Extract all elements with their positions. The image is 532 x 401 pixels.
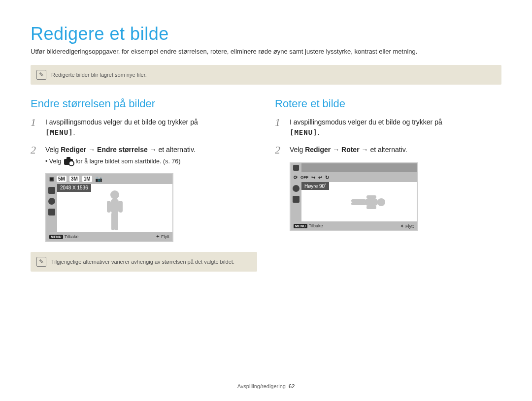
- person-silhouette-icon: [100, 189, 130, 232]
- adjust-icon: [293, 196, 299, 203]
- step-number: 2: [31, 145, 40, 166]
- svg-rect-2: [107, 201, 111, 213]
- lcd-mock-resize: ▣ 5M 3M 1M 📷 2048 X 1536: [45, 173, 257, 242]
- page-title: Redigere et bilde: [31, 24, 501, 44]
- lcd-bottom-bar: MENUTilbake ✦Flytt: [46, 232, 172, 241]
- step1-suffix: .: [73, 128, 75, 136]
- step-body: I avspillingsmodus velger du et bilde og…: [290, 117, 501, 138]
- note-text: Tilgjengelige alternativer varierer avhe…: [51, 259, 234, 265]
- nav-icon: ✦: [156, 234, 160, 239]
- step-number: 1: [31, 117, 40, 138]
- sub-prefix: Velg: [49, 158, 63, 165]
- off-label: OFF: [300, 175, 308, 180]
- svg-point-6: [377, 198, 385, 206]
- footer-section: Avspilling/redigering: [237, 383, 286, 389]
- move-label: Flytt: [405, 224, 414, 229]
- size-option: 3M: [69, 176, 79, 182]
- arrow: →: [148, 146, 159, 154]
- step2-bold2: Endre størrelse: [97, 146, 148, 154]
- svg-point-0: [110, 190, 119, 199]
- step-body: Velg Rediger → Roter → et alternativ.: [290, 145, 501, 155]
- step2-suffix: et alternativ.: [159, 146, 196, 154]
- step-number: 1: [275, 117, 285, 138]
- size-option: 5M: [57, 176, 66, 182]
- startup-image-option-icon: 📷: [95, 176, 102, 183]
- arrow: →: [360, 146, 370, 154]
- svg-rect-3: [119, 201, 123, 213]
- sub-suffix: for å lagre bildet som startbilde. (s. 7…: [74, 158, 181, 165]
- lcd-side-icons: [46, 184, 57, 232]
- lcd-side-icons: [291, 182, 301, 221]
- sub-bullet: Velg for å lagre bildet som startbilde. …: [45, 157, 257, 166]
- palette-icon: [48, 198, 55, 205]
- note-text: Redigerte bilder blir lagret som nye fil…: [51, 72, 147, 78]
- note-saved-as-new: ✎ Redigerte bilder blir lagret som nye f…: [31, 65, 501, 85]
- svg-rect-4: [111, 213, 115, 230]
- clock-icon: [48, 187, 55, 194]
- note-options-vary: ✎ Tilgjengelige alternativer varierer av…: [31, 252, 257, 272]
- step2-bold2: Roter: [341, 146, 360, 154]
- column-resize: Endre størrelsen på bilder 1 I avspillin…: [31, 97, 257, 272]
- svg-rect-9: [366, 206, 376, 209]
- step-2-right: 2 Velg Rediger → Roter → et alternativ.: [275, 145, 501, 155]
- lcd-bottom-bar: MENUTilbake ✦Flytt: [291, 221, 417, 230]
- step2-prefix: Velg: [290, 146, 305, 154]
- svg-rect-1: [111, 199, 119, 214]
- step-body: Velg Rediger → Endre størrelse → et alte…: [45, 145, 257, 166]
- rotate-180-icon: ↻: [325, 175, 329, 180]
- menu-keytag: MENU: [294, 224, 307, 228]
- step-1-left: 1 I avspillingsmodus velger du et bilde …: [31, 117, 257, 138]
- step-number: 2: [275, 145, 285, 155]
- page-footer: Avspilling/redigering 62: [0, 383, 532, 389]
- step2-bold1: Rediger: [305, 146, 331, 154]
- svg-rect-10: [351, 199, 366, 202]
- svg-rect-5: [115, 213, 118, 230]
- section-heading-resize: Endre størrelsen på bilder: [31, 97, 257, 110]
- svg-rect-8: [366, 195, 376, 199]
- lcd-tooltip: Høyre 90˚: [301, 182, 329, 190]
- rotate-left-icon: ↩: [318, 175, 322, 180]
- rotate-right-icon: ↪: [311, 175, 315, 180]
- menu-key-right-1: [MENU]: [290, 127, 318, 138]
- content-columns: Endre størrelsen på bilder 1 I avspillin…: [31, 97, 501, 272]
- menu-key-left-1: [MENU]: [45, 127, 73, 138]
- lcd-top-icons: ⟳ OFF ↪ ↩ ↻: [291, 172, 417, 182]
- arrow: →: [331, 146, 341, 154]
- lcd-mock-rotate: ⟳ OFF ↪ ↩ ↻ Høyre 90˚: [290, 162, 501, 231]
- resize-tab-icon: ▣: [49, 176, 54, 182]
- move-label: Flytt: [161, 234, 169, 239]
- lcd-tooltip: 2048 X 1536: [57, 184, 91, 192]
- step-1-right: 1 I avspillingsmodus velger du et bilde …: [275, 117, 501, 138]
- size-option: 1M: [82, 176, 92, 182]
- intro-text: Utfør bilderedigeringsoppgaver, for ekse…: [31, 47, 501, 56]
- lcd-side-row1: [291, 163, 301, 172]
- footer-page-number: 62: [289, 383, 295, 389]
- lcd-top-icons: ▣ 5M 3M 1M 📷: [46, 174, 172, 184]
- startup-image-icon: [64, 159, 73, 165]
- menu-keytag: MENU: [49, 235, 63, 239]
- step-2-left: 2 Velg Rediger → Endre størrelse → et al…: [31, 145, 257, 166]
- person-rotated-silhouette-icon: [330, 190, 389, 215]
- note-icon: ✎: [36, 70, 46, 80]
- step1-suffix: .: [318, 128, 320, 136]
- svg-rect-7: [365, 199, 378, 206]
- rotate-tab-icon: ⟳: [294, 175, 298, 180]
- step1-text: I avspillingsmodus velger du et bilde og…: [290, 118, 442, 126]
- step2-bold1: Rediger: [61, 146, 86, 154]
- arrow: →: [86, 146, 97, 154]
- step-body: I avspillingsmodus velger du et bilde og…: [45, 117, 257, 138]
- step2-prefix: Velg: [45, 146, 61, 154]
- note-icon: ✎: [36, 257, 46, 267]
- adjust-icon: [48, 209, 55, 216]
- lcd-canvas: Høyre 90˚: [301, 182, 417, 221]
- step2-suffix: et alternativ.: [370, 146, 407, 154]
- svg-rect-11: [351, 202, 366, 205]
- back-label: Tilbake: [309, 223, 323, 228]
- section-heading-rotate: Rotere et bilde: [275, 97, 501, 110]
- resize-icon: [293, 165, 299, 171]
- nav-icon: ✦: [400, 223, 404, 229]
- back-label: Tilbake: [65, 234, 79, 239]
- lcd-canvas: 2048 X 1536: [57, 184, 172, 232]
- step1-text: I avspillingsmodus velger du et bilde og…: [45, 118, 198, 126]
- column-rotate: Rotere et bilde 1 I avspillingsmodus vel…: [275, 97, 501, 272]
